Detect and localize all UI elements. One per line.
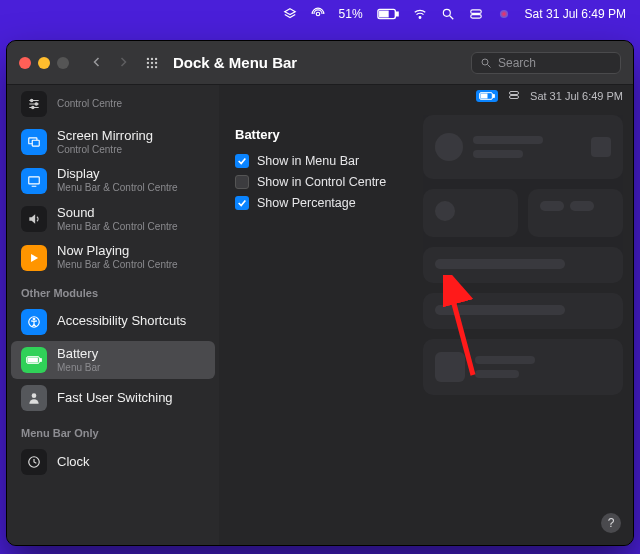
sidebar-item-clock[interactable]: Clock — [11, 443, 215, 481]
play-icon — [21, 245, 47, 271]
menubar-preview: Sat 31 Jul 6:49 PM — [476, 89, 623, 103]
sidebar-item-label: Clock — [57, 455, 90, 470]
svg-rect-36 — [40, 359, 41, 362]
svg-point-17 — [147, 65, 149, 67]
svg-rect-41 — [493, 95, 494, 98]
sidebar-item-accessibility-shortcuts[interactable]: Accessibility Shortcuts — [11, 303, 215, 341]
sidebar-item-battery[interactable]: BatteryMenu Bar — [11, 341, 215, 379]
svg-rect-29 — [32, 140, 39, 146]
sidebar-item-sublabel: Menu Bar & Control Centre — [57, 259, 178, 271]
option-label: Show in Menu Bar — [257, 154, 359, 168]
wifi-icon — [413, 7, 427, 21]
window-toolbar: Dock & Menu Bar Search — [7, 41, 633, 85]
sidebar-item-label: Battery — [57, 347, 100, 362]
option-label: Show Percentage — [257, 196, 356, 210]
svg-marker-32 — [31, 253, 38, 261]
panel-heading: Battery — [235, 127, 425, 142]
svg-point-26 — [35, 103, 37, 105]
control-center-preview-icon — [508, 89, 520, 103]
svg-line-21 — [488, 64, 491, 67]
battery-icon — [21, 347, 47, 373]
svg-point-38 — [32, 394, 37, 399]
svg-point-1 — [316, 12, 320, 16]
svg-point-12 — [151, 57, 153, 59]
svg-line-7 — [449, 16, 453, 20]
svg-rect-8 — [470, 10, 481, 13]
svg-rect-30 — [29, 177, 40, 184]
prefs-window: Dock & Menu Bar Search Control CentreScr… — [6, 40, 634, 546]
siri-icon[interactable] — [497, 7, 511, 21]
clock-icon — [21, 449, 47, 475]
svg-point-10 — [500, 10, 508, 18]
svg-point-34 — [33, 318, 35, 320]
close-button[interactable] — [19, 57, 31, 69]
sidebar-item-label: Now Playing — [57, 244, 178, 259]
svg-point-6 — [443, 9, 450, 16]
checkbox[interactable] — [235, 175, 249, 189]
sidebar-item-sublabel: Menu Bar — [57, 362, 100, 374]
show-all-icon[interactable] — [145, 56, 159, 70]
battery-icon — [377, 8, 399, 20]
checkbox[interactable] — [235, 196, 249, 210]
sidebar-item-now-playing[interactable]: Now PlayingMenu Bar & Control Centre — [11, 238, 215, 276]
sidebar-section-header: Other Modules — [7, 277, 219, 303]
svg-point-16 — [155, 61, 157, 63]
sidebar-item-display[interactable]: DisplayMenu Bar & Control Centre — [11, 161, 215, 199]
option-row: Show in Menu Bar — [235, 154, 425, 168]
svg-point-15 — [151, 61, 153, 63]
sidebar-item-label: Display — [57, 167, 178, 182]
back-button[interactable] — [91, 54, 103, 72]
help-button[interactable]: ? — [601, 513, 621, 533]
svg-rect-44 — [510, 96, 519, 99]
sidebar-item-sublabel: Control Centre — [57, 144, 153, 156]
option-row: Show Percentage — [235, 196, 425, 210]
zoom-button[interactable] — [57, 57, 69, 69]
sound-icon — [21, 206, 47, 232]
sidebar-item-module[interactable]: Control Centre — [11, 85, 215, 123]
sliders-icon — [21, 91, 47, 117]
sidebar: Control CentreScreen MirroringControl Ce… — [7, 85, 219, 545]
svg-rect-4 — [379, 11, 387, 17]
svg-rect-42 — [481, 94, 487, 98]
airdrop-icon — [311, 7, 325, 21]
menubar-battery-percent: 51% — [339, 7, 363, 21]
control-center-icon[interactable] — [469, 7, 483, 21]
sidebar-item-sublabel: Menu Bar & Control Centre — [57, 182, 178, 194]
stack-icon — [283, 7, 297, 21]
preview-datetime: Sat 31 Jul 6:49 PM — [530, 90, 623, 102]
sidebar-item-label: Sound — [57, 206, 178, 221]
sidebar-item-label: Fast User Switching — [57, 391, 173, 406]
svg-point-13 — [155, 57, 157, 59]
sidebar-item-screen-mirroring[interactable]: Screen MirroringControl Centre — [11, 123, 215, 161]
svg-point-25 — [31, 99, 33, 101]
traffic-lights — [19, 57, 69, 69]
svg-rect-9 — [470, 15, 481, 18]
svg-point-11 — [147, 57, 149, 59]
forward-button — [117, 54, 129, 72]
sidebar-item-sublabel: Control Centre — [57, 98, 122, 110]
search-placeholder: Search — [498, 56, 536, 70]
user-icon — [21, 385, 47, 411]
svg-point-14 — [147, 61, 149, 63]
minimize-button[interactable] — [38, 57, 50, 69]
sidebar-item-sublabel: Menu Bar & Control Centre — [57, 221, 178, 233]
settings-panel: Sat 31 Jul 6:49 PM Battery Show in Menu … — [219, 85, 633, 545]
sidebar-item-sound[interactable]: SoundMenu Bar & Control Centre — [11, 200, 215, 238]
search-icon[interactable] — [441, 7, 455, 21]
checkbox[interactable] — [235, 154, 249, 168]
sidebar-item-label: Accessibility Shortcuts — [57, 314, 186, 329]
control-center-preview-skeleton — [423, 115, 623, 545]
svg-point-18 — [151, 65, 153, 67]
svg-rect-37 — [28, 358, 37, 362]
menubar-datetime[interactable]: Sat 31 Jul 6:49 PM — [525, 7, 626, 21]
search-field[interactable]: Search — [471, 52, 621, 74]
svg-rect-3 — [396, 12, 398, 16]
sidebar-item-fast-user-switching[interactable]: Fast User Switching — [11, 379, 215, 417]
svg-point-27 — [32, 106, 34, 108]
battery-preview-icon — [476, 90, 498, 102]
mirror-icon — [21, 129, 47, 155]
svg-point-20 — [482, 59, 488, 65]
svg-point-19 — [155, 65, 157, 67]
svg-marker-0 — [284, 9, 295, 15]
svg-point-5 — [419, 17, 421, 19]
